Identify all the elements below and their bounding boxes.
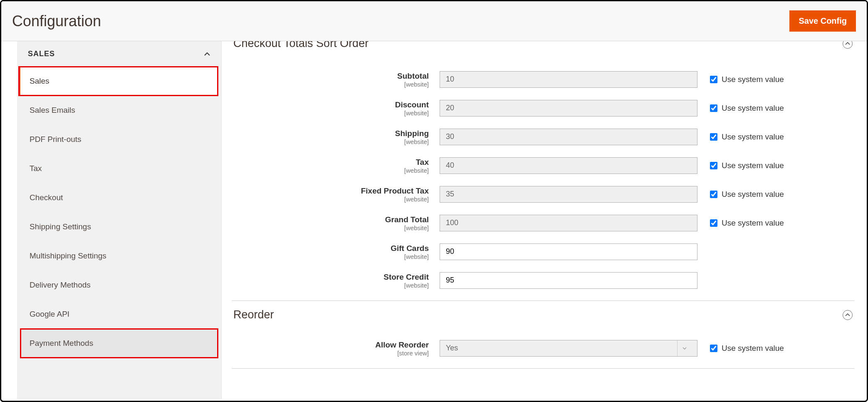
tax-input[interactable] (440, 157, 697, 174)
field-label: Store Credit [website] (232, 272, 440, 289)
sidebar-item-shipping-settings[interactable]: Shipping Settings (20, 212, 218, 241)
scope-text: [website] (232, 282, 429, 289)
sidebar-item-pdf-printouts[interactable]: PDF Print-outs (20, 125, 218, 154)
use-system-label: Use system value (722, 190, 784, 199)
use-system-label: Use system value (722, 344, 784, 353)
use-system-checkbox[interactable] (710, 162, 717, 169)
sidebar-item-label: Shipping Settings (30, 222, 91, 231)
sidebar-item-label: Multishipping Settings (30, 251, 106, 260)
page-title: Configuration (12, 12, 101, 30)
sidebar-item-label: Tax (30, 164, 42, 173)
sidebar-item-sales[interactable]: Sales (19, 67, 218, 96)
label-text: Gift Cards (232, 244, 429, 253)
field-input-wrap (440, 71, 697, 88)
field-label: Fixed Product Tax [website] (232, 186, 440, 203)
sidebar-item-payment-methods[interactable]: Payment Methods (20, 329, 218, 358)
use-system-allow-reorder[interactable]: Use system value (710, 344, 784, 353)
sidebar-item-sales-emails[interactable]: Sales Emails (20, 96, 218, 125)
field-input-wrap (440, 243, 697, 260)
scope-text: [store view] (232, 350, 429, 357)
sidebar-item-google-api[interactable]: Google API (20, 300, 218, 329)
use-system-shipping[interactable]: Use system value (710, 132, 784, 141)
label-text: Tax (232, 158, 429, 167)
store-credit-input[interactable] (440, 272, 697, 289)
section-body-sort-order: Subtotal [website] Use system value Disc… (232, 56, 854, 289)
field-label: Discount [website] (232, 99, 440, 117)
use-system-tax[interactable]: Use system value (710, 161, 784, 170)
config-content: Checkout Totals Sort Order Subtotal [web… (222, 41, 867, 399)
field-input-wrap (440, 186, 697, 203)
sidebar-list: Sales Sales Emails PDF Print-outs Tax Ch… (17, 67, 221, 361)
sidebar-item-label: Checkout (30, 193, 63, 202)
use-system-checkbox[interactable] (710, 219, 717, 227)
sidebar-item-label: PDF Print-outs (30, 135, 82, 144)
select-value: Yes (446, 344, 458, 352)
use-system-label: Use system value (722, 75, 784, 84)
field-label: Shipping [website] (232, 128, 440, 145)
field-input-wrap (440, 129, 697, 145)
use-system-checkbox[interactable] (710, 345, 717, 352)
scope-text: [website] (232, 224, 429, 231)
field-input-wrap (440, 272, 697, 289)
chevron-up-icon (204, 51, 210, 57)
use-system-label: Use system value (722, 218, 784, 228)
scope-text: [website] (232, 109, 429, 117)
use-system-label: Use system value (722, 132, 784, 141)
section-title-text: Reorder (233, 308, 274, 321)
field-input-wrap: Yes (440, 340, 697, 357)
field-store-credit: Store Credit [website] (232, 272, 854, 289)
use-system-fpt[interactable]: Use system value (710, 190, 784, 199)
use-system-checkbox[interactable] (710, 76, 717, 83)
dropdown-arrow-icon (677, 340, 691, 356)
scope-text: [website] (232, 167, 429, 174)
sidebar-item-delivery-methods[interactable]: Delivery Methods (20, 270, 218, 300)
field-label: Gift Cards [website] (232, 243, 440, 260)
label-text: Subtotal (232, 72, 429, 81)
shipping-input[interactable] (440, 129, 697, 145)
subtotal-input[interactable] (440, 71, 697, 88)
field-allow-reorder: Allow Reorder [store view] Yes Use syste… (232, 340, 854, 357)
label-text: Allow Reorder (232, 340, 429, 350)
field-input-wrap (440, 157, 697, 174)
field-shipping: Shipping [website] Use system value (232, 128, 854, 145)
sidebar-item-label: Delivery Methods (30, 280, 91, 289)
page-header: Configuration Save Config (1, 1, 867, 41)
save-config-button[interactable]: Save Config (789, 10, 856, 32)
allow-reorder-select[interactable]: Yes (440, 340, 697, 357)
gift-cards-input[interactable] (440, 243, 697, 260)
config-sidebar: SALES Sales Sales Emails PDF Print-outs … (17, 41, 222, 399)
sidebar-item-label: Sales (30, 77, 49, 85)
field-gift-cards: Gift Cards [website] (232, 243, 854, 260)
use-system-checkbox[interactable] (710, 133, 717, 141)
label-text: Store Credit (232, 273, 429, 282)
section-header-reorder[interactable]: Reorder (232, 301, 854, 327)
collapse-icon[interactable] (843, 310, 853, 320)
label-text: Discount (232, 100, 429, 109)
fpt-input[interactable] (440, 186, 697, 203)
label-text: Shipping (232, 129, 429, 138)
label-text: Grand Total (232, 215, 429, 224)
field-label: Grand Total [website] (232, 214, 440, 231)
field-subtotal: Subtotal [website] Use system value (232, 71, 854, 88)
sidebar-group-label: SALES (28, 50, 55, 58)
sidebar-item-multishipping-settings[interactable]: Multishipping Settings (20, 241, 218, 270)
section-header-sort-order[interactable]: Checkout Totals Sort Order (232, 41, 854, 56)
scope-text: [website] (232, 253, 429, 260)
use-system-discount[interactable]: Use system value (710, 104, 784, 113)
field-label: Allow Reorder [store view] (232, 340, 440, 357)
field-input-wrap (440, 100, 697, 117)
use-system-grand-total[interactable]: Use system value (710, 218, 784, 228)
sidebar-item-label: Sales Emails (30, 106, 75, 114)
use-system-subtotal[interactable]: Use system value (710, 75, 784, 84)
grand-total-input[interactable] (440, 215, 697, 231)
discount-input[interactable] (440, 100, 697, 117)
collapse-icon[interactable] (843, 41, 853, 49)
sidebar-group-sales[interactable]: SALES (17, 41, 221, 67)
use-system-checkbox[interactable] (710, 104, 717, 112)
sidebar-item-tax[interactable]: Tax (20, 154, 218, 183)
sidebar-item-label: Payment Methods (30, 339, 93, 347)
scope-text: [website] (232, 196, 429, 203)
use-system-checkbox[interactable] (710, 191, 717, 198)
sidebar-item-checkout[interactable]: Checkout (20, 183, 218, 212)
page-layout: SALES Sales Sales Emails PDF Print-outs … (1, 41, 867, 399)
